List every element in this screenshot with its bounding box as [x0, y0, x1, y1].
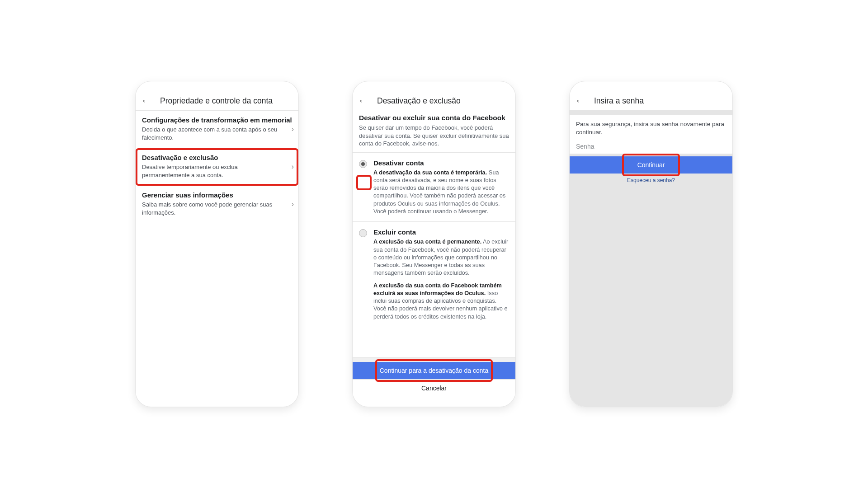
chevron-right-icon: ›: [292, 200, 294, 208]
forgot-password-link[interactable]: Esqueceu a senha?: [570, 174, 732, 187]
option-delete[interactable]: Excluir conta A exclusão da sua conta é …: [353, 221, 515, 327]
option-title: Excluir conta: [373, 228, 509, 236]
option-desc: A exclusão da sua conta é permanente. Ao…: [373, 238, 509, 277]
continue-deactivation-button[interactable]: Continuar para a desativação da conta: [353, 362, 515, 379]
password-card: Para sua segurança, insira sua senha nov…: [570, 115, 732, 154]
radio-icon[interactable]: [359, 160, 367, 168]
chevron-right-icon: ›: [292, 163, 294, 171]
header: ← Desativação e exclusão: [353, 91, 515, 110]
back-arrow-icon[interactable]: ←: [575, 96, 585, 106]
back-arrow-icon[interactable]: ←: [141, 96, 151, 106]
phone-screen-2: ← Desativação e exclusão Desativar ou ex…: [353, 81, 515, 407]
option-title: Desativar conta: [373, 159, 509, 167]
screen-2-content: ← Desativação e exclusão Desativar ou ex…: [353, 91, 515, 397]
page-title: Desativação e exclusão: [377, 96, 461, 106]
password-field[interactable]: Senha: [576, 143, 726, 150]
list-item-title: Desativação e exclusão: [142, 154, 292, 161]
continue-button[interactable]: Continuar: [570, 156, 732, 174]
chevron-right-icon: ›: [292, 125, 294, 133]
list-item-title: Gerenciar suas informações: [142, 191, 292, 199]
page-title: Propriedade e controle da conta: [160, 96, 273, 106]
screen-1-content: ← Propriedade e controle da conta Config…: [136, 91, 298, 397]
spacer: [570, 110, 732, 115]
section-desc: Se quiser dar um tempo do Facebook, você…: [359, 124, 509, 148]
option-desc: A desativação da sua conta é temporária.…: [373, 169, 509, 216]
security-message: Para sua segurança, insira sua senha nov…: [576, 120, 726, 136]
phone-screen-3: ← Insira a senha Para sua segurança, ins…: [570, 81, 732, 407]
list-item-desc: Decida o que acontece com a sua conta ap…: [142, 126, 292, 141]
section-title: Desativar ou excluir sua conta do Facebo…: [359, 114, 509, 122]
footer: Continuar para a desativação da conta Ca…: [353, 357, 515, 397]
header: ← Insira a senha: [570, 91, 732, 110]
list-item-desc: Saiba mais sobre como você pode gerencia…: [142, 201, 292, 216]
radio-icon[interactable]: [359, 229, 367, 237]
screen-3-content: ← Insira a senha Para sua segurança, ins…: [570, 91, 732, 407]
list-item-manage-info[interactable]: Gerenciar suas informações Saiba mais so…: [136, 186, 298, 223]
list-item-title: Configurações de transformação em memori…: [142, 116, 292, 124]
back-arrow-icon[interactable]: ←: [358, 96, 368, 106]
cancel-button[interactable]: Cancelar: [353, 379, 515, 397]
list-item-deactivation[interactable]: Desativação e exclusão Desative temporar…: [136, 148, 298, 186]
section-heading: Desativar ou excluir sua conta do Facebo…: [353, 110, 515, 152]
page-title: Insira a senha: [594, 96, 644, 106]
phone-screen-1: ← Propriedade e controle da conta Config…: [136, 81, 298, 407]
header: ← Propriedade e controle da conta: [136, 91, 298, 110]
option-deactivate[interactable]: Desativar conta A desativação da sua con…: [353, 152, 515, 222]
list-item-desc: Desative temporariamente ou exclua perma…: [142, 163, 292, 179]
list-item-memorial[interactable]: Configurações de transformação em memori…: [136, 111, 298, 148]
option-desc-2: A exclusão da sua conta do Facebook tamb…: [373, 282, 509, 320]
